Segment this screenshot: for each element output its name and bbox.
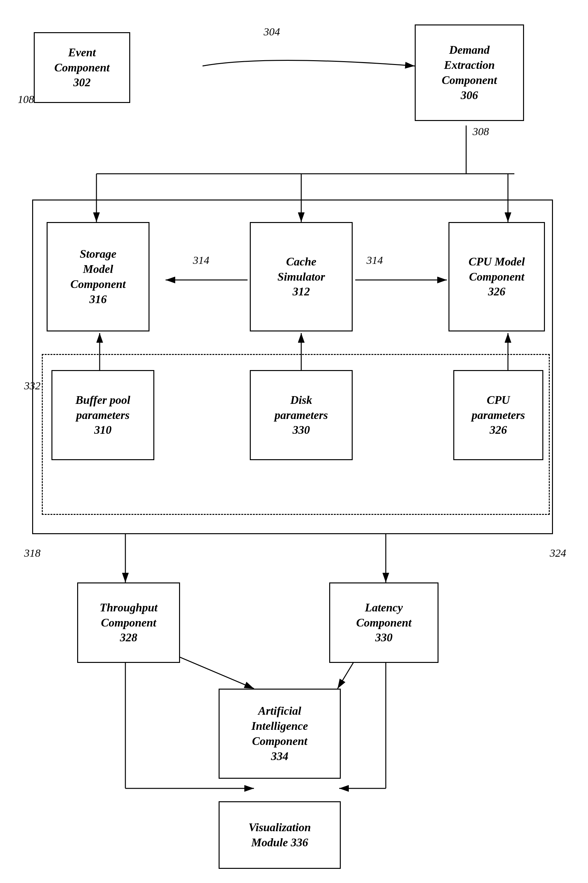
demand-extraction-label: DemandExtractionComponent306	[442, 42, 497, 103]
visualization-box: VisualizationModule 336	[219, 801, 341, 869]
ref-304-label: 304	[264, 26, 280, 38]
buffer-pool-label: Buffer poolparameters310	[75, 393, 130, 438]
event-component-box: EventComponent302	[34, 32, 130, 103]
storage-model-box: StorageModelComponent316	[46, 222, 150, 331]
throughput-box: ThroughputComponent328	[77, 582, 180, 663]
disk-params-label: Diskparameters330	[274, 393, 328, 438]
event-component-label: EventComponent302	[54, 45, 110, 90]
cache-simulator-label: CacheSimulator312	[278, 254, 325, 299]
cpu-model-label: CPU ModelComponent326	[469, 254, 525, 299]
cpu-params-box: CPUparameters326	[453, 370, 543, 460]
buffer-pool-box: Buffer poolparameters310	[51, 370, 154, 460]
storage-model-label: StorageModelComponent316	[70, 247, 126, 307]
ref-308-label: 308	[472, 125, 489, 138]
cache-simulator-box: CacheSimulator312	[250, 222, 352, 331]
ai-component-label: ArtificialIntelligenceComponent334	[251, 704, 308, 764]
ref-108-label: 108	[18, 93, 34, 105]
ai-component-box: ArtificialIntelligenceComponent334	[219, 689, 341, 779]
latency-label: LatencyComponent330	[356, 600, 411, 645]
demand-extraction-box: DemandExtractionComponent306	[415, 24, 524, 121]
disk-params-box: Diskparameters330	[250, 370, 352, 460]
throughput-label: ThroughputComponent328	[100, 600, 158, 645]
cpu-model-box: CPU ModelComponent326	[448, 222, 545, 331]
latency-box: LatencyComponent330	[329, 582, 438, 663]
ref-324-label: 324	[550, 547, 566, 559]
ref-318-label: 318	[24, 547, 40, 559]
cpu-params-label: CPUparameters326	[472, 393, 525, 438]
visualization-label: VisualizationModule 336	[249, 820, 311, 850]
